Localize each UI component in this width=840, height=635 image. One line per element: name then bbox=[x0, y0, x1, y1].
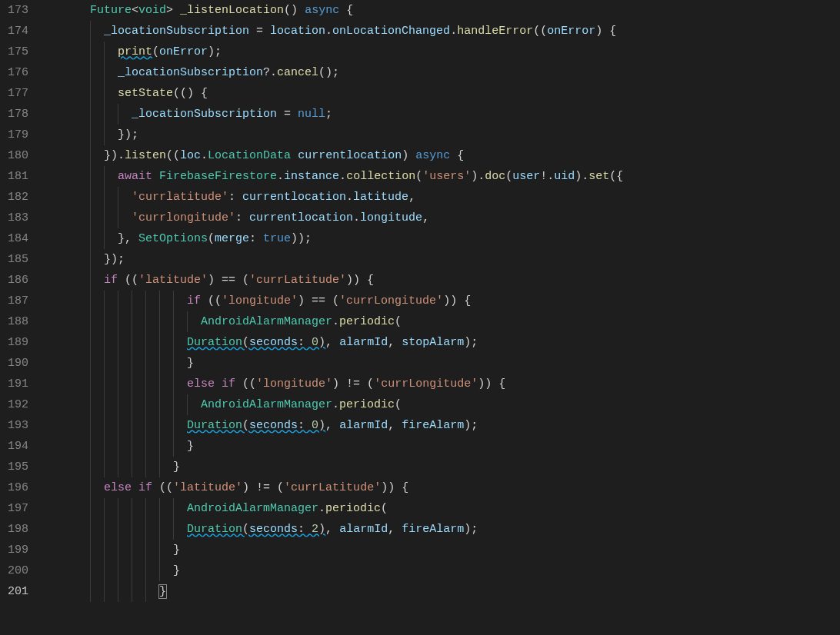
code-token-func: handleError bbox=[457, 25, 533, 38]
indent-guide bbox=[104, 519, 105, 540]
indent-guide bbox=[118, 540, 118, 560]
line-number[interactable]: 198 bbox=[8, 519, 28, 540]
code-token-param: merge bbox=[215, 232, 249, 245]
line-number[interactable]: 197 bbox=[8, 498, 28, 519]
code-token-keyword: true bbox=[263, 232, 291, 245]
code-line[interactable]: setState(() { bbox=[47, 83, 840, 104]
indent-guide bbox=[145, 560, 146, 581]
code-line[interactable]: await FirebaseFirestore.instance.collect… bbox=[47, 166, 840, 187]
code-token-punct: ( bbox=[415, 170, 422, 183]
code-line[interactable]: Duration(seconds: 0), alarmId, fireAlarm… bbox=[47, 415, 840, 436]
code-text: }, SetOptions(merge: true)); bbox=[47, 232, 312, 245]
code-line[interactable]: } bbox=[47, 436, 840, 457]
code-line[interactable]: }); bbox=[47, 125, 840, 145]
code-line[interactable]: Duration(seconds: 2), alarmId, fireAlarm… bbox=[47, 519, 840, 540]
line-number[interactable]: 190 bbox=[8, 353, 28, 374]
line-number[interactable]: 174 bbox=[8, 21, 28, 42]
code-line[interactable]: } bbox=[47, 540, 840, 560]
indent-guide bbox=[118, 332, 118, 353]
code-token-string: 'currLatitude' bbox=[284, 481, 381, 494]
indent-guide bbox=[118, 436, 118, 457]
line-number[interactable]: 193 bbox=[8, 415, 28, 436]
code-token-punct: = bbox=[249, 25, 270, 38]
line-number[interactable]: 201 bbox=[8, 581, 28, 602]
code-line[interactable]: AndroidAlarmManager.periodic( bbox=[47, 394, 840, 415]
indent-guide bbox=[90, 519, 91, 540]
code-line[interactable]: 'currlatitude': currentlocation.latitude… bbox=[47, 187, 840, 208]
line-number[interactable]: 188 bbox=[8, 311, 28, 332]
code-token-type: Duration bbox=[187, 419, 242, 432]
code-line[interactable]: }, SetOptions(merge: true)); bbox=[47, 228, 840, 249]
code-token-ident: alarmId bbox=[339, 419, 388, 432]
line-number[interactable]: 175 bbox=[8, 42, 28, 62]
line-number[interactable]: 182 bbox=[8, 187, 28, 208]
line-number[interactable]: 180 bbox=[8, 145, 28, 166]
code-line[interactable]: } bbox=[47, 457, 840, 477]
line-number[interactable]: 187 bbox=[8, 291, 28, 311]
line-number[interactable]: 173 bbox=[8, 0, 28, 21]
line-number[interactable]: 178 bbox=[8, 104, 28, 125]
indent-guide bbox=[90, 540, 91, 560]
line-number[interactable]: 184 bbox=[8, 228, 28, 249]
indent-guide bbox=[104, 104, 105, 125]
code-token-punct: ); bbox=[464, 523, 478, 536]
indent-guide bbox=[159, 353, 160, 374]
code-line[interactable]: if (('latitude') == ('currLatitude')) { bbox=[47, 270, 840, 291]
line-number[interactable]: 199 bbox=[8, 540, 28, 560]
code-token-punct: . bbox=[339, 170, 346, 183]
code-content-area[interactable]: Future<void> _listenLocation() async {_l… bbox=[44, 0, 840, 635]
code-token-func: periodic bbox=[339, 315, 395, 328]
line-number[interactable]: 191 bbox=[8, 374, 28, 394]
line-number-gutter[interactable]: 1731741751761771781791801811821831841851… bbox=[0, 0, 44, 635]
code-line[interactable]: Future<void> _listenLocation() async { bbox=[47, 0, 840, 21]
indent-guide bbox=[104, 394, 105, 415]
code-editor[interactable]: 1731741751761771781791801811821831841851… bbox=[0, 0, 840, 635]
line-number[interactable]: 176 bbox=[8, 62, 28, 83]
indent-guide bbox=[145, 394, 146, 415]
line-number[interactable]: 181 bbox=[8, 166, 28, 187]
line-number[interactable]: 192 bbox=[8, 394, 28, 415]
code-line[interactable]: print(onError); bbox=[47, 42, 840, 62]
line-number[interactable]: 177 bbox=[8, 83, 28, 104]
code-line[interactable]: _locationSubscription?.cancel(); bbox=[47, 62, 840, 83]
code-line[interactable]: _locationSubscription = null; bbox=[47, 104, 840, 125]
code-token-ident: longitude bbox=[360, 211, 422, 224]
code-token-punct: . bbox=[450, 25, 457, 38]
code-line[interactable]: } bbox=[47, 581, 840, 602]
code-token-punct: , bbox=[325, 523, 339, 536]
indent-guide bbox=[104, 498, 105, 519]
code-line[interactable]: _locationSubscription = location.onLocat… bbox=[47, 21, 840, 42]
code-line[interactable]: if (('longitude') == ('currLongitude')) … bbox=[47, 291, 840, 311]
indent-guide bbox=[132, 560, 132, 581]
code-token-func: periodic bbox=[325, 502, 381, 515]
code-line[interactable]: 'currlongitude': currentlocation.longitu… bbox=[47, 208, 840, 228]
code-token-punct: ( bbox=[505, 170, 512, 183]
line-number[interactable]: 185 bbox=[8, 249, 28, 270]
line-number[interactable]: 186 bbox=[8, 270, 28, 291]
code-line[interactable]: }); bbox=[47, 249, 840, 270]
code-token-string: 'currLongitude' bbox=[339, 294, 443, 308]
code-line[interactable]: else if (('latitude') != ('currLatitude'… bbox=[47, 477, 840, 498]
line-number[interactable]: 189 bbox=[8, 332, 28, 353]
code-line[interactable]: Duration(seconds: 0), alarmId, stopAlarm… bbox=[47, 332, 840, 353]
code-token-punct bbox=[291, 149, 298, 162]
code-line[interactable]: AndroidAlarmManager.periodic( bbox=[47, 498, 840, 519]
code-text: print(onError); bbox=[47, 45, 222, 58]
indent-guide bbox=[159, 560, 160, 581]
code-token-keyflow: if bbox=[104, 274, 118, 287]
indent-guide bbox=[90, 249, 91, 270]
line-number[interactable]: 196 bbox=[8, 477, 28, 498]
code-line[interactable]: else if (('longitude') != ('currLongitud… bbox=[47, 374, 840, 394]
line-number[interactable]: 183 bbox=[8, 208, 28, 228]
line-number[interactable]: 179 bbox=[8, 125, 28, 145]
line-number[interactable]: 200 bbox=[8, 560, 28, 581]
indent-guide bbox=[104, 457, 105, 477]
line-number[interactable]: 194 bbox=[8, 436, 28, 457]
indent-guide bbox=[173, 498, 174, 519]
code-line[interactable]: } bbox=[47, 560, 840, 581]
code-line[interactable]: }).listen((loc.LocationData currentlocat… bbox=[47, 145, 840, 166]
line-number[interactable]: 195 bbox=[8, 457, 28, 477]
code-line[interactable]: AndroidAlarmManager.periodic( bbox=[47, 311, 840, 332]
indent-guide bbox=[104, 560, 105, 581]
code-line[interactable]: } bbox=[47, 353, 840, 374]
